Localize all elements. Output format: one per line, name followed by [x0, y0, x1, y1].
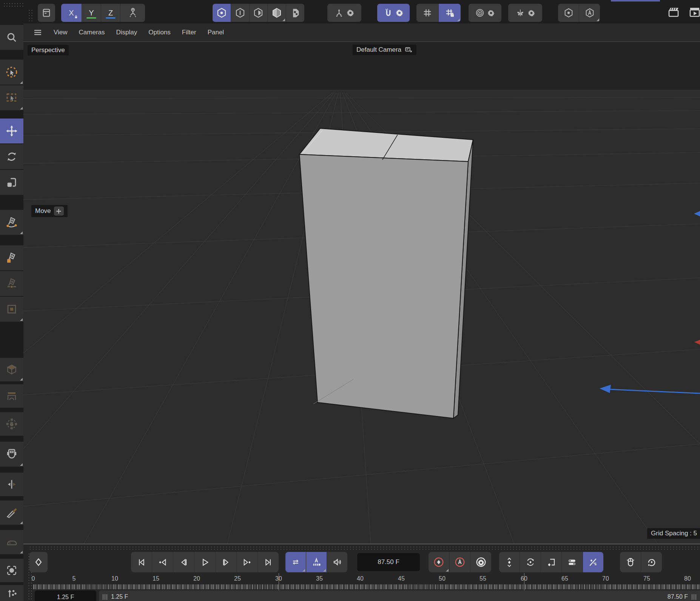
arch-tool[interactable] [0, 384, 23, 408]
go-to-start-button[interactable] [131, 552, 152, 572]
symmetry-button[interactable] [508, 4, 542, 22]
record-autokey-button[interactable] [449, 552, 470, 572]
x-axis-lock-button[interactable]: X [61, 4, 82, 22]
play-button[interactable] [194, 552, 215, 572]
loop-icon [290, 557, 301, 567]
snap-toggle-button[interactable] [377, 4, 410, 22]
record-group [429, 552, 491, 572]
gear-icon [395, 9, 404, 17]
search-tool[interactable] [0, 25, 23, 50]
loop-playback-button[interactable] [285, 552, 306, 572]
camera-edit-icon[interactable] [404, 46, 413, 54]
preview-range-slider[interactable]: 1.25 F 87.50 F [99, 590, 700, 601]
previous-key-button[interactable] [152, 552, 173, 572]
gear-icon [346, 9, 355, 17]
project-box-button[interactable] [38, 4, 55, 22]
menu-cameras[interactable]: Cameras [79, 29, 105, 36]
camera-label[interactable]: Default Camera [353, 45, 416, 55]
line-pen-tool[interactable] [0, 271, 23, 296]
timeline-drag-handle[interactable] [29, 546, 700, 551]
rectangle-selection-tool[interactable] [0, 85, 23, 110]
cube-object[interactable] [299, 128, 473, 418]
weld-tool[interactable] [0, 442, 23, 467]
sound-button[interactable] [327, 552, 347, 572]
hexagon-auto-button[interactable] [579, 4, 600, 22]
hexagon-dot-button[interactable] [558, 4, 579, 22]
range-start-field[interactable]: 1.25 F [35, 590, 96, 601]
concentric-circles-icon [475, 8, 485, 18]
keyframe-diamond-icon [33, 557, 44, 567]
menu-display[interactable]: Display [116, 29, 137, 36]
axis-settings-button[interactable] [327, 4, 361, 22]
key-position-button[interactable] [499, 552, 520, 572]
key-parameter-icon [567, 557, 577, 567]
gear-icon [527, 9, 535, 17]
playback-options-group [285, 552, 347, 572]
keying-settings-button[interactable] [470, 552, 491, 572]
y-axis-button[interactable]: Y [82, 4, 101, 22]
sketch-pen-tool[interactable] [0, 245, 23, 270]
axis-modify-button[interactable] [120, 4, 145, 22]
focus-center-tool[interactable] [0, 559, 23, 582]
key-scale-icon [546, 557, 557, 567]
magnet-arrow-tool[interactable] [0, 585, 23, 601]
hexagon-dot-icon [563, 8, 574, 18]
next-frame-button[interactable] [215, 552, 236, 572]
z-axis-button[interactable]: Z [101, 4, 120, 22]
current-frame-field[interactable]: 87.50 F [357, 553, 420, 571]
texture-mode-button[interactable] [286, 4, 304, 22]
go-to-end-button[interactable] [257, 552, 279, 572]
key-disabled-button[interactable] [583, 552, 603, 572]
workplane-group [416, 4, 461, 22]
record-keyframe-button[interactable] [429, 552, 449, 572]
ruler-tick-marks [33, 584, 700, 589]
knife-tool[interactable] [0, 501, 23, 525]
render-play-icon[interactable] [688, 6, 700, 18]
scale-tool[interactable] [0, 170, 23, 195]
workplane-button[interactable] [416, 4, 438, 22]
frame-tool[interactable] [0, 297, 23, 322]
menu-panel[interactable]: Panel [208, 29, 224, 36]
polygon-mode-button[interactable] [249, 4, 268, 22]
workplane-lock-button[interactable] [438, 4, 461, 22]
menu-options[interactable]: Options [148, 29, 171, 36]
menu-filter[interactable]: Filter [182, 29, 196, 36]
mouse-rotate-button[interactable] [641, 552, 662, 572]
mirror-tool[interactable] [0, 473, 23, 496]
falloff-button[interactable] [469, 4, 501, 22]
next-key-button[interactable] [236, 552, 257, 572]
toolbar-drag-handle[interactable] [3, 2, 23, 8]
viewport[interactable]: Perspective Default Camera Move Grid Spa… [23, 42, 700, 544]
render-clapper-icon[interactable] [667, 6, 680, 18]
texture-icon [290, 8, 301, 18]
view-label[interactable]: Perspective [28, 45, 69, 55]
key-parameter-button[interactable] [561, 552, 582, 572]
key-scale-button[interactable] [541, 552, 561, 572]
point-mode-button[interactable] [213, 4, 231, 22]
viewport-scene[interactable] [23, 42, 700, 544]
range-left-handle[interactable] [103, 594, 107, 600]
toolbar-group-handle[interactable] [28, 9, 33, 21]
grid-spacing-text: Grid Spacing : 5 [651, 530, 697, 537]
cube-tool[interactable] [0, 358, 23, 381]
autokey-track-button[interactable] [306, 552, 327, 572]
previous-frame-button[interactable] [173, 552, 194, 572]
key-rotation-button[interactable] [520, 552, 540, 572]
mouse-move-button[interactable] [620, 552, 641, 572]
menu-view[interactable]: View [54, 29, 68, 36]
spline-pen-tool[interactable] [0, 210, 23, 235]
edge-mode-button[interactable] [231, 4, 249, 22]
live-selection-tool[interactable] [0, 60, 23, 85]
iron-tool[interactable] [0, 530, 23, 554]
cluster-weights-tool[interactable] [0, 412, 23, 436]
range-right-handle[interactable] [692, 594, 696, 600]
set-keyframe-button[interactable] [29, 552, 48, 572]
hamburger-menu-icon[interactable] [33, 28, 42, 37]
key-rotation-icon [525, 557, 536, 567]
rotate-tool[interactable] [0, 144, 23, 169]
ruler-tick: 15 [145, 575, 167, 582]
model-mode-button[interactable] [267, 4, 286, 22]
butterfly-icon [515, 8, 525, 18]
move-tool[interactable] [0, 119, 23, 143]
next-key-icon [242, 557, 252, 567]
